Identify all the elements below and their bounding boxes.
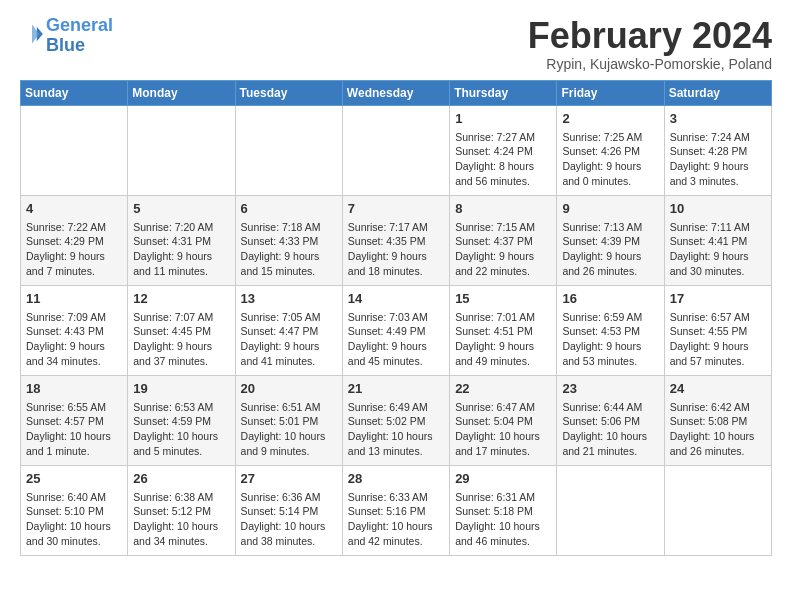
day-info: Sunrise: 6:55 AM Sunset: 4:57 PM Dayligh… [26,400,122,459]
day-number: 10 [670,200,766,218]
day-cell: 2Sunrise: 7:25 AM Sunset: 4:26 PM Daylig… [557,105,664,195]
day-cell: 5Sunrise: 7:20 AM Sunset: 4:31 PM Daylig… [128,195,235,285]
day-info: Sunrise: 7:09 AM Sunset: 4:43 PM Dayligh… [26,310,122,369]
day-info: Sunrise: 6:59 AM Sunset: 4:53 PM Dayligh… [562,310,658,369]
day-number: 19 [133,380,229,398]
day-info: Sunrise: 6:53 AM Sunset: 4:59 PM Dayligh… [133,400,229,459]
day-number: 17 [670,290,766,308]
day-cell: 29Sunrise: 6:31 AM Sunset: 5:18 PM Dayli… [450,465,557,555]
day-number: 3 [670,110,766,128]
day-cell: 6Sunrise: 7:18 AM Sunset: 4:33 PM Daylig… [235,195,342,285]
day-info: Sunrise: 6:36 AM Sunset: 5:14 PM Dayligh… [241,490,337,549]
logo-icon [20,22,44,46]
day-info: Sunrise: 6:42 AM Sunset: 5:08 PM Dayligh… [670,400,766,459]
day-number: 12 [133,290,229,308]
day-cell: 21Sunrise: 6:49 AM Sunset: 5:02 PM Dayli… [342,375,449,465]
day-cell [21,105,128,195]
day-info: Sunrise: 6:47 AM Sunset: 5:04 PM Dayligh… [455,400,551,459]
day-info: Sunrise: 6:49 AM Sunset: 5:02 PM Dayligh… [348,400,444,459]
day-number: 15 [455,290,551,308]
day-info: Sunrise: 7:01 AM Sunset: 4:51 PM Dayligh… [455,310,551,369]
day-number: 8 [455,200,551,218]
day-number: 23 [562,380,658,398]
day-number: 16 [562,290,658,308]
day-number: 1 [455,110,551,128]
day-info: Sunrise: 7:27 AM Sunset: 4:24 PM Dayligh… [455,130,551,189]
week-row-1: 1Sunrise: 7:27 AM Sunset: 4:24 PM Daylig… [21,105,772,195]
day-number: 7 [348,200,444,218]
calendar-subtitle: Rypin, Kujawsko-Pomorskie, Poland [528,56,772,72]
week-row-4: 18Sunrise: 6:55 AM Sunset: 4:57 PM Dayli… [21,375,772,465]
header: General Blue February 2024 Rypin, Kujaws… [20,16,772,72]
day-info: Sunrise: 7:22 AM Sunset: 4:29 PM Dayligh… [26,220,122,279]
header-cell-friday: Friday [557,80,664,105]
day-cell: 19Sunrise: 6:53 AM Sunset: 4:59 PM Dayli… [128,375,235,465]
logo: General Blue [20,16,113,56]
calendar-table: SundayMondayTuesdayWednesdayThursdayFrid… [20,80,772,556]
day-number: 13 [241,290,337,308]
day-cell: 1Sunrise: 7:27 AM Sunset: 4:24 PM Daylig… [450,105,557,195]
day-number: 26 [133,470,229,488]
day-info: Sunrise: 6:38 AM Sunset: 5:12 PM Dayligh… [133,490,229,549]
day-info: Sunrise: 6:57 AM Sunset: 4:55 PM Dayligh… [670,310,766,369]
day-info: Sunrise: 7:24 AM Sunset: 4:28 PM Dayligh… [670,130,766,189]
logo-text: General Blue [46,16,113,56]
day-info: Sunrise: 7:20 AM Sunset: 4:31 PM Dayligh… [133,220,229,279]
week-row-2: 4Sunrise: 7:22 AM Sunset: 4:29 PM Daylig… [21,195,772,285]
day-cell: 25Sunrise: 6:40 AM Sunset: 5:10 PM Dayli… [21,465,128,555]
day-info: Sunrise: 6:40 AM Sunset: 5:10 PM Dayligh… [26,490,122,549]
day-number: 11 [26,290,122,308]
day-info: Sunrise: 6:33 AM Sunset: 5:16 PM Dayligh… [348,490,444,549]
day-info: Sunrise: 7:15 AM Sunset: 4:37 PM Dayligh… [455,220,551,279]
calendar-header-row: SundayMondayTuesdayWednesdayThursdayFrid… [21,80,772,105]
day-cell: 16Sunrise: 6:59 AM Sunset: 4:53 PM Dayli… [557,285,664,375]
day-info: Sunrise: 7:05 AM Sunset: 4:47 PM Dayligh… [241,310,337,369]
title-block: February 2024 Rypin, Kujawsko-Pomorskie,… [528,16,772,72]
day-cell: 14Sunrise: 7:03 AM Sunset: 4:49 PM Dayli… [342,285,449,375]
day-cell: 4Sunrise: 7:22 AM Sunset: 4:29 PM Daylig… [21,195,128,285]
day-info: Sunrise: 7:03 AM Sunset: 4:49 PM Dayligh… [348,310,444,369]
day-info: Sunrise: 6:51 AM Sunset: 5:01 PM Dayligh… [241,400,337,459]
day-cell: 28Sunrise: 6:33 AM Sunset: 5:16 PM Dayli… [342,465,449,555]
day-info: Sunrise: 7:17 AM Sunset: 4:35 PM Dayligh… [348,220,444,279]
day-number: 5 [133,200,229,218]
day-number: 18 [26,380,122,398]
header-cell-monday: Monday [128,80,235,105]
header-cell-tuesday: Tuesday [235,80,342,105]
day-cell: 10Sunrise: 7:11 AM Sunset: 4:41 PM Dayli… [664,195,771,285]
day-cell [235,105,342,195]
day-info: Sunrise: 6:44 AM Sunset: 5:06 PM Dayligh… [562,400,658,459]
day-number: 25 [26,470,122,488]
day-cell: 22Sunrise: 6:47 AM Sunset: 5:04 PM Dayli… [450,375,557,465]
day-cell: 18Sunrise: 6:55 AM Sunset: 4:57 PM Dayli… [21,375,128,465]
day-info: Sunrise: 7:13 AM Sunset: 4:39 PM Dayligh… [562,220,658,279]
day-number: 6 [241,200,337,218]
day-info: Sunrise: 7:11 AM Sunset: 4:41 PM Dayligh… [670,220,766,279]
day-cell: 13Sunrise: 7:05 AM Sunset: 4:47 PM Dayli… [235,285,342,375]
day-number: 24 [670,380,766,398]
day-info: Sunrise: 7:07 AM Sunset: 4:45 PM Dayligh… [133,310,229,369]
day-number: 28 [348,470,444,488]
day-cell [128,105,235,195]
day-cell: 8Sunrise: 7:15 AM Sunset: 4:37 PM Daylig… [450,195,557,285]
week-row-3: 11Sunrise: 7:09 AM Sunset: 4:43 PM Dayli… [21,285,772,375]
day-number: 4 [26,200,122,218]
header-cell-saturday: Saturday [664,80,771,105]
header-cell-thursday: Thursday [450,80,557,105]
day-cell: 27Sunrise: 6:36 AM Sunset: 5:14 PM Dayli… [235,465,342,555]
day-number: 14 [348,290,444,308]
day-cell: 20Sunrise: 6:51 AM Sunset: 5:01 PM Dayli… [235,375,342,465]
day-cell: 11Sunrise: 7:09 AM Sunset: 4:43 PM Dayli… [21,285,128,375]
day-info: Sunrise: 7:18 AM Sunset: 4:33 PM Dayligh… [241,220,337,279]
day-number: 21 [348,380,444,398]
day-cell: 23Sunrise: 6:44 AM Sunset: 5:06 PM Dayli… [557,375,664,465]
day-number: 9 [562,200,658,218]
day-cell: 12Sunrise: 7:07 AM Sunset: 4:45 PM Dayli… [128,285,235,375]
day-number: 27 [241,470,337,488]
day-cell [342,105,449,195]
svg-marker-1 [32,24,39,43]
day-number: 20 [241,380,337,398]
day-cell [557,465,664,555]
day-cell: 3Sunrise: 7:24 AM Sunset: 4:28 PM Daylig… [664,105,771,195]
day-info: Sunrise: 6:31 AM Sunset: 5:18 PM Dayligh… [455,490,551,549]
